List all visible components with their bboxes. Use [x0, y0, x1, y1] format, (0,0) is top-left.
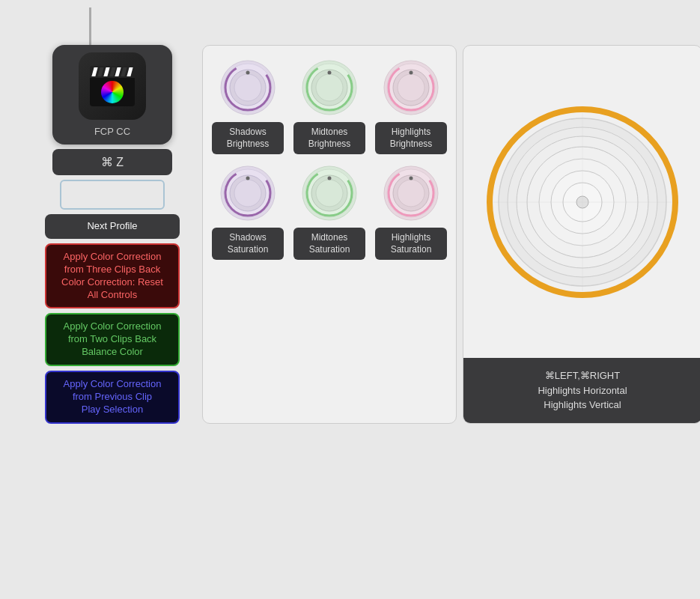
svg-point-34: [398, 180, 424, 207]
highlights-brightness-label: Highlights Brightness: [375, 122, 447, 154]
content-area: Shadows Brightness Midto: [202, 45, 700, 424]
svg-point-11: [328, 71, 332, 75]
wheel-vertical-label: Highlights Vertical: [475, 398, 690, 413]
shadows-brightness-knob-item: Shadows Brightness: [212, 58, 284, 154]
rect-placeholder: [60, 180, 165, 210]
apply-color-blue-label: Apply Color Correction from Previous Cli…: [64, 378, 162, 415]
shadows-brightness-knob[interactable]: [218, 58, 278, 118]
knobs-panel: Shadows Brightness Midto: [202, 45, 457, 424]
highlights-wheel[interactable]: [485, 105, 680, 300]
connector-line: [89, 7, 91, 45]
left-panel: FCP CC ⌘ Z Next Profile Apply Color Corr…: [30, 45, 195, 424]
highlights-brightness-knob-item: Highlights Brightness: [375, 58, 447, 154]
apply-color-green-label: Apply Color Correction from Two Clips Ba…: [64, 320, 162, 357]
midtones-saturation-knob[interactable]: [299, 163, 359, 223]
color-wheel-mini: [101, 81, 124, 103]
midtones-brightness-knob[interactable]: [299, 58, 359, 118]
wheel-area[interactable]: [463, 46, 700, 358]
knobs-divider: [212, 154, 447, 163]
midtones-saturation-knob-item: Midtones Saturation: [293, 163, 365, 260]
clap-top: [90, 66, 135, 78]
highlights-saturation-label: Highlights Saturation: [375, 228, 447, 260]
apply-color-red-button[interactable]: Apply Color Correction from Three Clips …: [45, 243, 180, 309]
wheel-panel: ⌘LEFT,⌘RIGHT Highlights Horizontal Highl…: [463, 45, 700, 424]
svg-point-29: [328, 177, 332, 180]
svg-point-10: [316, 74, 343, 101]
midtones-brightness-label: Midtones Brightness: [293, 122, 365, 154]
highlights-brightness-knob[interactable]: [381, 58, 441, 118]
svg-point-5: [246, 71, 250, 75]
saturation-knobs-row: Shadows Saturation Midto: [212, 163, 447, 260]
apply-color-green-button[interactable]: Apply Color Correction from Two Clips Ba…: [45, 313, 180, 366]
svg-point-17: [410, 71, 413, 75]
app-icon-label: FCP CC: [94, 126, 130, 137]
shortcut-button[interactable]: ⌘ Z: [52, 149, 172, 175]
highlights-saturation-knob[interactable]: [381, 163, 441, 223]
svg-point-16: [398, 74, 424, 101]
midtones-brightness-knob-item: Midtones Brightness: [293, 58, 365, 154]
shadows-brightness-label: Shadows Brightness: [212, 122, 284, 154]
clap-body: [90, 78, 135, 106]
shadows-saturation-knob[interactable]: [218, 163, 278, 223]
apply-color-blue-button[interactable]: Apply Color Correction from Previous Cli…: [45, 371, 180, 424]
svg-point-28: [316, 180, 343, 207]
wheel-shortcut-label: ⌘LEFT,⌘RIGHT: [475, 368, 690, 383]
svg-point-35: [410, 177, 413, 180]
highlights-saturation-knob-item: Highlights Saturation: [375, 163, 447, 260]
clapperboard: [90, 66, 135, 107]
wheel-horizontal-label: Highlights Horizontal: [475, 383, 690, 398]
brightness-knobs-row: Shadows Brightness Midto: [212, 58, 447, 154]
shadows-saturation-knob-item: Shadows Saturation: [212, 163, 284, 260]
wheel-label-bar: ⌘LEFT,⌘RIGHT Highlights Horizontal Highl…: [463, 358, 700, 423]
app-icon-wrapper: FCP CC: [52, 45, 172, 145]
svg-point-22: [234, 180, 261, 207]
next-profile-button[interactable]: Next Profile: [45, 214, 180, 239]
svg-point-23: [246, 177, 250, 180]
shadows-saturation-label: Shadows Saturation: [212, 228, 284, 260]
svg-point-4: [234, 74, 261, 101]
apply-color-red-label: Apply Color Correction from Three Clips …: [61, 251, 163, 300]
midtones-saturation-label: Midtones Saturation: [293, 228, 365, 260]
app-icon: [79, 52, 146, 120]
